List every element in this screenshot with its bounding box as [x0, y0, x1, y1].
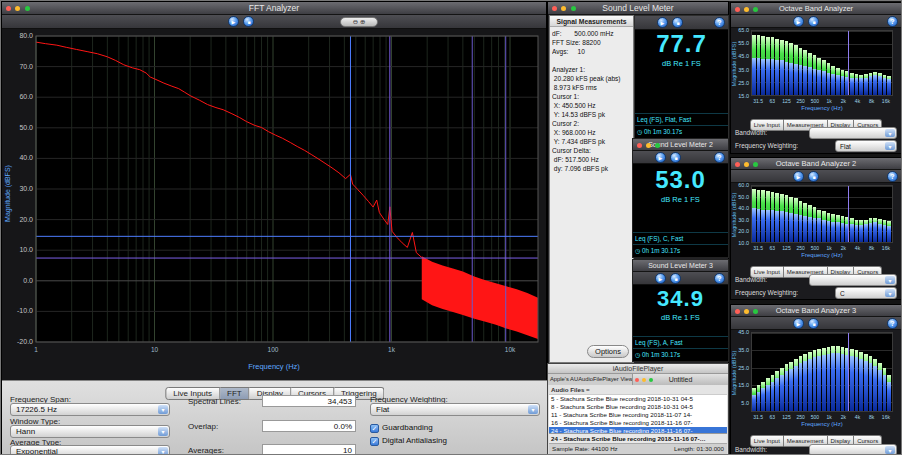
minimize-button[interactable] — [15, 6, 20, 11]
svg-text:1: 1 — [34, 346, 38, 353]
guardbanding-checkbox[interactable]: ✓ — [370, 424, 379, 433]
slm-titlebar[interactable]: Sound Level Meter — [548, 2, 728, 15]
audio-file-row[interactable]: 5 - Stachura Scribe Blue recording 2018-… — [549, 395, 727, 403]
antialiasing-checkbox[interactable]: ✓ — [370, 437, 379, 446]
gridline — [752, 95, 892, 96]
stop-button[interactable]: ■ — [243, 16, 254, 27]
start-button[interactable]: ▶ — [657, 17, 668, 28]
stop-button[interactable]: ■ — [808, 318, 819, 329]
bandwidth-select[interactable]: ▾ — [809, 444, 897, 455]
minimize-button[interactable] — [646, 143, 651, 148]
help-button[interactable]: ? — [714, 152, 725, 163]
close-button[interactable] — [735, 7, 740, 12]
audio-file-row[interactable]: 24 - Stachura Scribe Blue recording 2018… — [549, 427, 727, 434]
bandwidth-select[interactable]: ▾ — [809, 274, 897, 286]
zoom-out-icon[interactable]: ⊖ — [353, 18, 358, 25]
measurement-line: dF: 517.500 Hz — [552, 155, 631, 164]
measurement-line: Y: 14.53 dBFS pk — [552, 110, 631, 119]
fft-plot[interactable]: 80.070.060.050.040.030.020.010.00.0-10.0… — [4, 31, 544, 361]
minimize-button[interactable] — [744, 309, 749, 314]
minimize-button[interactable] — [561, 6, 566, 11]
player-window-title[interactable]: iAudioFilePlayer — [548, 364, 728, 374]
octave-cursor-line[interactable] — [848, 31, 849, 95]
help-button[interactable]: ? — [714, 17, 725, 28]
zoom-button[interactable] — [753, 309, 758, 314]
tick-label: 16k — [882, 245, 890, 251]
zoom-button[interactable] — [753, 7, 758, 12]
help-button[interactable]: ? — [714, 273, 725, 284]
stop-button[interactable]: ■ — [808, 16, 819, 27]
stop-button[interactable]: ■ — [672, 17, 683, 28]
zoom-button[interactable] — [571, 6, 576, 11]
minimize-button[interactable] — [744, 162, 749, 167]
frequency-weighting-select[interactable]: C▾ — [835, 287, 897, 299]
frequency-weighting-select[interactable]: Flat▾ — [370, 403, 540, 416]
titlebar[interactable]: Octave Band Analyzer — [731, 3, 901, 15]
audio-file-list-header[interactable]: Audio Files = — [549, 385, 727, 395]
minimize-button[interactable] — [642, 378, 646, 382]
start-button[interactable]: ▶ — [793, 171, 804, 182]
window-type-select[interactable]: Hann▾ — [10, 425, 170, 438]
fft-titlebar[interactable]: FFT Analyzer — [2, 2, 546, 15]
octave-cursor-line[interactable] — [848, 186, 849, 242]
titlebar[interactable]: Octave Band Analyzer 2 — [731, 158, 901, 170]
titlebar[interactable]: Sound Level Meter 2 — [633, 139, 728, 151]
spectral-lines-field[interactable]: 34,453 — [262, 395, 356, 407]
help-button[interactable]: ? — [887, 16, 898, 27]
audio-file-row[interactable]: 11 - Stachura Scribe Blue recording 2018… — [549, 411, 727, 419]
titlebar[interactable]: Sound Level Meter 3 — [633, 260, 728, 272]
start-button[interactable]: ▶ — [655, 152, 666, 163]
stop-button[interactable]: ■ — [670, 152, 681, 163]
titlebar[interactable]: Octave Band Analyzer 3 — [731, 305, 901, 317]
octave-bar-current — [794, 64, 798, 95]
options-button[interactable]: Options — [587, 345, 629, 358]
overlap-label: Overlap: — [188, 422, 218, 431]
stop-button[interactable]: ■ — [670, 273, 681, 284]
octave-bar-current — [803, 216, 807, 242]
start-button[interactable]: ▶ — [793, 16, 804, 27]
close-button[interactable] — [552, 6, 557, 11]
minimize-button[interactable] — [744, 7, 749, 12]
start-button[interactable]: ▶ — [793, 318, 804, 329]
audio-file-row[interactable]: 16 - Stachura Scribe Blue recording 2018… — [549, 419, 727, 427]
close-button[interactable] — [735, 162, 740, 167]
player-doc-titlebar[interactable]: Untitled — [633, 374, 728, 385]
player-footer: Sample Rate: 44100 Hz Length: 01:30.000 — [549, 444, 727, 454]
octave-plot-area[interactable] — [751, 185, 893, 243]
meter-time-row: ◷ 0h 1m 30.17s — [635, 125, 728, 138]
octave-plot-area[interactable] — [751, 332, 893, 412]
close-button[interactable] — [735, 309, 740, 314]
measurement-line: X: 450.500 Hz — [552, 101, 631, 110]
zoom-in-icon[interactable]: ⊕ — [360, 18, 365, 25]
bandwidth-select[interactable]: ▾ — [809, 127, 897, 139]
help-button[interactable]: ? — [887, 318, 898, 329]
tick-label: 30.0 — [731, 217, 749, 223]
zoom-button[interactable] — [655, 143, 660, 148]
close-button[interactable] — [6, 6, 11, 11]
octave-band-analyzer-2-window: Octave Band Analyzer 2 ▶ ■ ? 60.050.040.… — [730, 157, 902, 300]
average-type-select[interactable]: Exponential▾ — [10, 445, 170, 455]
x-axis-ticks: 31.5631252505001k2k4k8k16k — [751, 414, 893, 420]
tick-label: 20.0 — [731, 228, 749, 234]
help-button[interactable]: ? — [887, 171, 898, 182]
start-button[interactable]: ▶ — [228, 16, 239, 27]
zoom-button[interactable] — [649, 378, 653, 382]
audio-file-row[interactable]: 8 - Stachura Scribe Blue recording 2018-… — [549, 403, 727, 411]
zoom-button[interactable] — [25, 6, 30, 11]
octave-bar-current — [869, 76, 873, 95]
frequency-span-select[interactable]: 17226.5 Hz▾ — [10, 403, 170, 416]
window-type-value: Hann — [16, 427, 35, 436]
zoom-button[interactable] — [753, 162, 758, 167]
close-button[interactable] — [637, 143, 642, 148]
close-button[interactable] — [635, 378, 639, 382]
averages-field[interactable]: 10 — [262, 444, 356, 455]
stop-button[interactable]: ■ — [808, 171, 819, 182]
octave-plot-area[interactable] — [751, 30, 893, 96]
tick-label: 250 — [797, 98, 805, 104]
start-button[interactable]: ▶ — [655, 273, 666, 284]
octave-cursor-line[interactable] — [848, 333, 849, 411]
zoom-control[interactable]: ⊖ ⊕ — [340, 17, 378, 27]
overlap-field[interactable]: 0.0% — [262, 420, 356, 432]
frequency-weighting-select[interactable]: Flat▾ — [835, 140, 897, 152]
octave-bar-current — [766, 385, 770, 411]
